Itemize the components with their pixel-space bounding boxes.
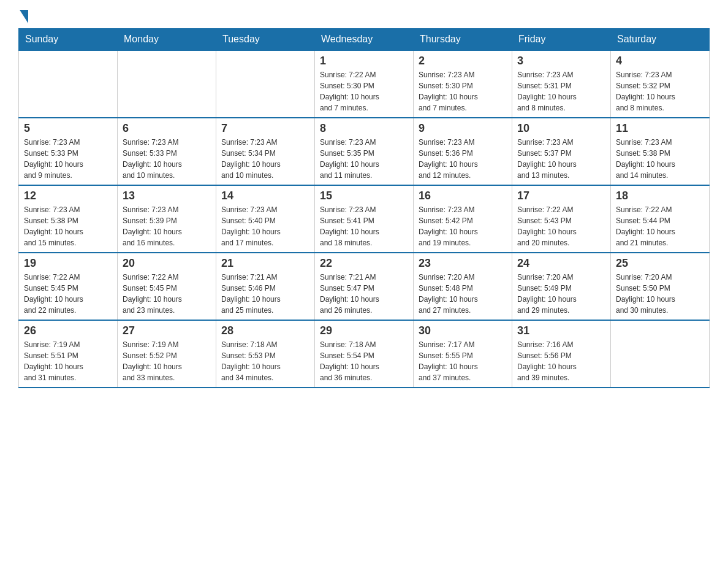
day-info: Sunrise: 7:21 AM Sunset: 5:46 PM Dayligh… <box>221 272 309 316</box>
day-info: Sunrise: 7:20 AM Sunset: 5:49 PM Dayligh… <box>517 272 605 316</box>
day-info: Sunrise: 7:23 AM Sunset: 5:40 PM Dayligh… <box>221 204 309 248</box>
day-info: Sunrise: 7:17 AM Sunset: 5:55 PM Dayligh… <box>419 339 507 383</box>
calendar-cell: 25Sunrise: 7:20 AM Sunset: 5:50 PM Dayli… <box>611 253 710 320</box>
day-number: 26 <box>24 324 112 337</box>
day-number: 29 <box>320 324 408 337</box>
day-number: 14 <box>221 190 309 202</box>
day-number: 24 <box>517 257 605 270</box>
calendar-cell: 26Sunrise: 7:19 AM Sunset: 5:51 PM Dayli… <box>19 320 118 388</box>
calendar-cell <box>118 50 216 118</box>
day-info: Sunrise: 7:22 AM Sunset: 5:43 PM Dayligh… <box>517 204 605 248</box>
calendar-cell: 21Sunrise: 7:21 AM Sunset: 5:46 PM Dayli… <box>216 253 315 320</box>
calendar-cell: 27Sunrise: 7:19 AM Sunset: 5:52 PM Dayli… <box>118 320 216 388</box>
day-info: Sunrise: 7:23 AM Sunset: 5:35 PM Dayligh… <box>320 137 408 181</box>
calendar-cell: 28Sunrise: 7:18 AM Sunset: 5:53 PM Dayli… <box>216 320 315 388</box>
day-info: Sunrise: 7:16 AM Sunset: 5:56 PM Dayligh… <box>517 339 605 383</box>
calendar-cell: 8Sunrise: 7:23 AM Sunset: 5:35 PM Daylig… <box>315 118 414 185</box>
day-number: 22 <box>320 257 408 270</box>
calendar-cell: 7Sunrise: 7:23 AM Sunset: 5:34 PM Daylig… <box>216 118 315 185</box>
day-number: 3 <box>517 55 605 67</box>
day-info: Sunrise: 7:22 AM Sunset: 5:30 PM Dayligh… <box>320 69 408 113</box>
calendar-cell: 10Sunrise: 7:23 AM Sunset: 5:37 PM Dayli… <box>512 118 611 185</box>
calendar-table: SundayMondayTuesdayWednesdayThursdayFrid… <box>18 28 710 388</box>
calendar-cell: 3Sunrise: 7:23 AM Sunset: 5:31 PM Daylig… <box>512 50 611 118</box>
day-number: 25 <box>616 257 704 270</box>
day-info: Sunrise: 7:23 AM Sunset: 5:36 PM Dayligh… <box>419 137 507 181</box>
calendar-cell: 9Sunrise: 7:23 AM Sunset: 5:36 PM Daylig… <box>414 118 512 185</box>
day-number: 27 <box>123 324 211 337</box>
day-number: 17 <box>517 190 605 202</box>
day-number: 1 <box>320 55 408 67</box>
day-number: 31 <box>517 324 605 337</box>
calendar-cell: 11Sunrise: 7:23 AM Sunset: 5:38 PM Dayli… <box>611 118 710 185</box>
day-info: Sunrise: 7:19 AM Sunset: 5:51 PM Dayligh… <box>24 339 112 383</box>
calendar-cell: 6Sunrise: 7:23 AM Sunset: 5:33 PM Daylig… <box>118 118 216 185</box>
page-header <box>18 12 710 22</box>
calendar-cell: 19Sunrise: 7:22 AM Sunset: 5:45 PM Dayli… <box>19 253 118 320</box>
calendar-header-row: SundayMondayTuesdayWednesdayThursdayFrid… <box>19 29 710 51</box>
day-number: 12 <box>24 190 112 202</box>
day-info: Sunrise: 7:21 AM Sunset: 5:47 PM Dayligh… <box>320 272 408 316</box>
calendar-day-header: Wednesday <box>315 29 414 51</box>
day-number: 30 <box>419 324 507 337</box>
calendar-cell: 5Sunrise: 7:23 AM Sunset: 5:33 PM Daylig… <box>19 118 118 185</box>
day-number: 9 <box>419 122 507 135</box>
calendar-week-row: 12Sunrise: 7:23 AM Sunset: 5:38 PM Dayli… <box>19 185 710 253</box>
calendar-week-row: 5Sunrise: 7:23 AM Sunset: 5:33 PM Daylig… <box>19 118 710 185</box>
calendar-week-row: 26Sunrise: 7:19 AM Sunset: 5:51 PM Dayli… <box>19 320 710 388</box>
calendar-cell: 13Sunrise: 7:23 AM Sunset: 5:39 PM Dayli… <box>118 185 216 253</box>
day-info: Sunrise: 7:19 AM Sunset: 5:52 PM Dayligh… <box>123 339 211 383</box>
calendar-week-row: 1Sunrise: 7:22 AM Sunset: 5:30 PM Daylig… <box>19 50 710 118</box>
day-info: Sunrise: 7:23 AM Sunset: 5:34 PM Dayligh… <box>221 137 309 181</box>
day-number: 6 <box>123 122 211 135</box>
day-number: 7 <box>221 122 309 135</box>
calendar-cell: 17Sunrise: 7:22 AM Sunset: 5:43 PM Dayli… <box>512 185 611 253</box>
calendar-cell: 4Sunrise: 7:23 AM Sunset: 5:32 PM Daylig… <box>611 50 710 118</box>
day-info: Sunrise: 7:18 AM Sunset: 5:54 PM Dayligh… <box>320 339 408 383</box>
day-info: Sunrise: 7:23 AM Sunset: 5:42 PM Dayligh… <box>419 204 507 248</box>
calendar-cell: 24Sunrise: 7:20 AM Sunset: 5:49 PM Dayli… <box>512 253 611 320</box>
calendar-cell: 23Sunrise: 7:20 AM Sunset: 5:48 PM Dayli… <box>414 253 512 320</box>
calendar-cell: 22Sunrise: 7:21 AM Sunset: 5:47 PM Dayli… <box>315 253 414 320</box>
day-info: Sunrise: 7:23 AM Sunset: 5:38 PM Dayligh… <box>616 137 704 181</box>
calendar-day-header: Sunday <box>19 29 118 51</box>
day-info: Sunrise: 7:23 AM Sunset: 5:38 PM Dayligh… <box>24 204 112 248</box>
day-info: Sunrise: 7:23 AM Sunset: 5:33 PM Dayligh… <box>123 137 211 181</box>
day-number: 16 <box>419 190 507 202</box>
calendar-week-row: 19Sunrise: 7:22 AM Sunset: 5:45 PM Dayli… <box>19 253 710 320</box>
day-number: 13 <box>123 190 211 202</box>
calendar-cell: 20Sunrise: 7:22 AM Sunset: 5:45 PM Dayli… <box>118 253 216 320</box>
day-info: Sunrise: 7:23 AM Sunset: 5:33 PM Dayligh… <box>24 137 112 181</box>
day-number: 23 <box>419 257 507 270</box>
calendar-day-header: Saturday <box>611 29 710 51</box>
calendar-day-header: Tuesday <box>216 29 315 51</box>
day-number: 19 <box>24 257 112 270</box>
calendar-cell: 30Sunrise: 7:17 AM Sunset: 5:55 PM Dayli… <box>414 320 512 388</box>
calendar-cell: 15Sunrise: 7:23 AM Sunset: 5:41 PM Dayli… <box>315 185 414 253</box>
logo-triangle-icon <box>20 10 28 23</box>
day-number: 5 <box>24 122 112 135</box>
day-number: 4 <box>616 55 704 67</box>
day-info: Sunrise: 7:22 AM Sunset: 5:44 PM Dayligh… <box>616 204 704 248</box>
calendar-cell: 14Sunrise: 7:23 AM Sunset: 5:40 PM Dayli… <box>216 185 315 253</box>
calendar-cell: 12Sunrise: 7:23 AM Sunset: 5:38 PM Dayli… <box>19 185 118 253</box>
day-number: 28 <box>221 324 309 337</box>
calendar-cell: 29Sunrise: 7:18 AM Sunset: 5:54 PM Dayli… <box>315 320 414 388</box>
day-info: Sunrise: 7:23 AM Sunset: 5:41 PM Dayligh… <box>320 204 408 248</box>
day-info: Sunrise: 7:22 AM Sunset: 5:45 PM Dayligh… <box>123 272 211 316</box>
calendar-cell <box>611 320 710 388</box>
calendar-cell: 18Sunrise: 7:22 AM Sunset: 5:44 PM Dayli… <box>611 185 710 253</box>
calendar-cell: 16Sunrise: 7:23 AM Sunset: 5:42 PM Dayli… <box>414 185 512 253</box>
calendar-cell: 2Sunrise: 7:23 AM Sunset: 5:30 PM Daylig… <box>414 50 512 118</box>
calendar-day-header: Friday <box>512 29 611 51</box>
day-number: 11 <box>616 122 704 135</box>
logo <box>18 12 28 22</box>
day-number: 10 <box>517 122 605 135</box>
calendar-day-header: Thursday <box>414 29 512 51</box>
day-number: 2 <box>419 55 507 67</box>
calendar-cell: 1Sunrise: 7:22 AM Sunset: 5:30 PM Daylig… <box>315 50 414 118</box>
day-info: Sunrise: 7:23 AM Sunset: 5:30 PM Dayligh… <box>419 69 507 113</box>
day-info: Sunrise: 7:20 AM Sunset: 5:48 PM Dayligh… <box>419 272 507 316</box>
day-info: Sunrise: 7:18 AM Sunset: 5:53 PM Dayligh… <box>221 339 309 383</box>
day-number: 8 <box>320 122 408 135</box>
